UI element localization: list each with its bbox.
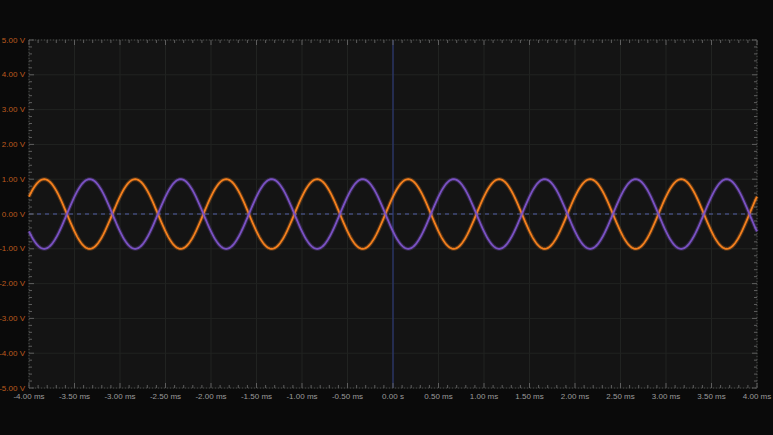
y-tick-label: -1.00 V bbox=[0, 244, 26, 253]
y-tick-label: 1.00 V bbox=[2, 175, 26, 184]
y-tick-label: 4.00 V bbox=[2, 70, 26, 79]
x-tick-label: -3.50 ms bbox=[59, 392, 90, 401]
x-tick-label: 1.00 ms bbox=[470, 392, 498, 401]
y-axis-labels: 5.00 V4.00 V3.00 V2.00 V1.00 V0.00 V-1.0… bbox=[0, 36, 26, 393]
x-tick-label: 0.00 s bbox=[382, 392, 404, 401]
x-tick-label: 3.00 ms bbox=[652, 392, 680, 401]
x-tick-label: 1.50 ms bbox=[515, 392, 543, 401]
y-tick-label: -2.00 V bbox=[0, 279, 26, 288]
x-tick-label: -1.50 ms bbox=[241, 392, 272, 401]
x-tick-label: -3.00 ms bbox=[104, 392, 135, 401]
scope-plot: 5.00 V4.00 V3.00 V2.00 V1.00 V0.00 V-1.0… bbox=[0, 0, 773, 435]
y-tick-label: 5.00 V bbox=[2, 36, 26, 45]
y-tick-label: -4.00 V bbox=[0, 349, 26, 358]
oscilloscope-screen: 5.00 V4.00 V3.00 V2.00 V1.00 V0.00 V-1.0… bbox=[0, 0, 773, 435]
y-tick-label: 0.00 V bbox=[2, 210, 26, 219]
y-tick-label: -3.00 V bbox=[0, 314, 26, 323]
x-tick-label: -1.00 ms bbox=[286, 392, 317, 401]
x-tick-label: 0.50 ms bbox=[424, 392, 452, 401]
x-tick-label: 3.50 ms bbox=[697, 392, 725, 401]
y-tick-label: 2.00 V bbox=[2, 140, 26, 149]
x-axis-labels: -4.00 ms-3.50 ms-3.00 ms-2.50 ms-2.00 ms… bbox=[13, 392, 771, 401]
y-tick-label: 3.00 V bbox=[2, 105, 26, 114]
x-tick-label: 2.50 ms bbox=[606, 392, 634, 401]
x-tick-label: 4.00 ms bbox=[743, 392, 771, 401]
x-tick-label: -4.00 ms bbox=[13, 392, 44, 401]
x-tick-label: -2.50 ms bbox=[150, 392, 181, 401]
x-tick-label: 2.00 ms bbox=[561, 392, 589, 401]
x-tick-label: -2.00 ms bbox=[195, 392, 226, 401]
x-tick-label: -0.50 ms bbox=[332, 392, 363, 401]
